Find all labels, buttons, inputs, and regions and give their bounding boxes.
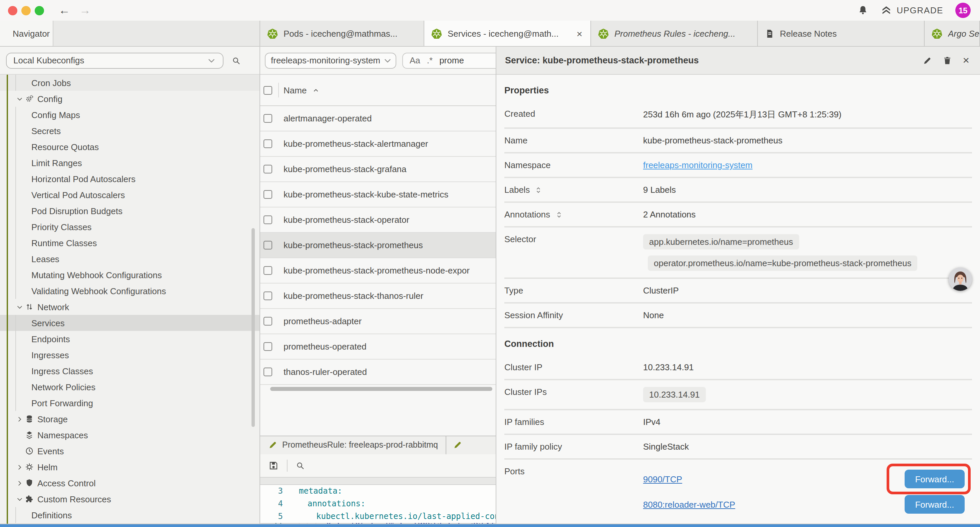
sidebar-item-cron-jobs[interactable]: Cron Jobs (0, 75, 259, 91)
sidebar-item-runtime-classes[interactable]: Runtime Classes (0, 235, 259, 251)
sidebar-item-definitions[interactable]: Definitions (0, 507, 259, 523)
row-checkbox[interactable] (264, 368, 272, 376)
table-row[interactable]: kube-prometheus-stack-prometheus (260, 233, 496, 258)
chevron-right-icon[interactable] (15, 415, 24, 423)
sidebar-item-access-control[interactable]: Access Control (0, 475, 259, 491)
forward-button[interactable]: Forward... (905, 495, 965, 514)
sidebar-item-helm[interactable]: Helm (0, 459, 259, 475)
editor-search-icon[interactable] (296, 461, 305, 470)
table-row[interactable]: prometheus-adapter (260, 309, 496, 334)
chevron-down-icon[interactable] (15, 95, 24, 102)
maximize-window-button[interactable] (35, 6, 44, 15)
details-title: Service: kube-prometheus-stack-prometheu… (505, 56, 912, 65)
chevron-down-icon[interactable] (15, 303, 24, 310)
sidebar-item-port-forwarding[interactable]: Port Forwarding (0, 395, 259, 411)
minimize-window-button[interactable] (21, 6, 31, 15)
row-checkbox[interactable] (264, 114, 272, 123)
user-avatar[interactable] (949, 267, 972, 291)
tab-close-icon[interactable]: × (575, 28, 584, 39)
back-arrow-icon[interactable]: ← (59, 4, 70, 17)
sidebar-item-priority-classes[interactable]: Priority Classes (0, 219, 259, 235)
yaml-editor[interactable]: 3metadata:4annotations:5kubectl.kubernet… (260, 485, 496, 527)
regex-toggle[interactable]: .* (427, 56, 433, 65)
select-all-checkbox[interactable] (264, 86, 272, 94)
kubeconfig-selector[interactable]: Local Kubeconfigs (6, 53, 223, 68)
tab-services-icecheng-math[interactable]: Services - icecheng@math...× (424, 21, 591, 46)
row-checkbox[interactable] (264, 165, 272, 174)
namespace-link[interactable]: freeleaps-monitoring-system (643, 160, 752, 170)
forward-arrow-icon[interactable]: → (80, 4, 91, 17)
table-row[interactable]: alertmanager-operated (260, 106, 496, 131)
sidebar-item-ingresses[interactable]: Ingresses (0, 347, 259, 363)
sidebar-item-custom-resources[interactable]: Custom Resources (0, 491, 259, 507)
row-checkbox[interactable] (264, 291, 272, 300)
trash-icon[interactable] (943, 56, 952, 65)
sort-updown-icon[interactable] (535, 186, 543, 194)
sidebar-item-config-maps[interactable]: Config Maps (0, 107, 259, 123)
row-checkbox[interactable] (264, 215, 272, 224)
sidebar-item-horizontal-pod-autoscalers[interactable]: Horizontal Pod Autoscalers (0, 171, 259, 187)
chevron-down-icon[interactable] (15, 495, 24, 503)
upgrade-button[interactable]: UPGRADE (881, 5, 943, 16)
sidebar-item-services[interactable]: Services (0, 315, 259, 331)
row-checkbox[interactable] (264, 342, 272, 351)
navigator-panel-tab[interactable]: Navigator (0, 21, 53, 46)
port-link[interactable]: 9090/TCP (643, 474, 682, 484)
sidebar-item-vertical-pod-autoscalers[interactable]: Vertical Pod Autoscalers (0, 187, 259, 203)
detail-label: Cluster IP (504, 362, 542, 372)
table-row[interactable]: kube-prometheus-stack-alertmanager (260, 131, 496, 157)
sidebar-scrollbar[interactable] (251, 228, 255, 427)
row-checkbox[interactable] (264, 317, 272, 326)
sidebar-item-mutating-webhook-configurations[interactable]: Mutating Webhook Configurations (0, 267, 259, 283)
table-row[interactable]: kube-prometheus-stack-operator (260, 207, 496, 233)
forward-button[interactable]: Forward... (905, 470, 965, 488)
editor-tab-prometheusrule[interactable]: PrometheusRule: freeleaps-prod-rabbitmq (260, 436, 447, 454)
table-row[interactable]: kube-prometheus-stack-thanos-ruler (260, 283, 496, 309)
row-checkbox[interactable] (264, 266, 272, 275)
sidebar-item-endpoints[interactable]: Endpoints (0, 331, 259, 347)
sidebar-item-config[interactable]: Config (0, 91, 259, 107)
chevron-down-icon (383, 56, 392, 65)
namespace-filter-select[interactable]: freeleaps-monitoring-system (265, 53, 396, 68)
row-checkbox[interactable] (264, 190, 272, 199)
notification-count-badge[interactable]: 15 (955, 3, 970, 18)
bell-icon[interactable] (857, 5, 869, 16)
chevron-right-icon[interactable] (15, 479, 24, 487)
editor-tab-clipped[interactable] (447, 436, 496, 454)
tab-release-notes[interactable]: Release Notes (758, 21, 924, 46)
table-row[interactable]: prometheus-operated (260, 334, 496, 360)
sidebar-item-limit-ranges[interactable]: Limit Ranges (0, 155, 259, 171)
port-link[interactable]: 8080:reloader-web/TCP (643, 499, 735, 509)
save-icon[interactable] (268, 460, 279, 471)
sidebar-item-ingress-classes[interactable]: Ingress Classes (0, 363, 259, 379)
table-row[interactable]: kube-prometheus-stack-prometheus-node-ex… (260, 258, 496, 283)
sidebar-item-storage[interactable]: Storage (0, 411, 259, 427)
sidebar-item-secrets[interactable]: Secrets (0, 123, 259, 139)
sort-updown-icon[interactable] (555, 210, 563, 218)
edit-pencil-icon[interactable] (923, 56, 932, 65)
chevron-right-icon[interactable] (15, 463, 24, 471)
sidebar-item-network-policies[interactable]: Network Policies (0, 379, 259, 395)
close-icon[interactable]: × (963, 54, 969, 67)
sidebar-item-network[interactable]: Network (0, 299, 259, 315)
sidebar-item-events[interactable]: Events (0, 443, 259, 459)
sidebar-search-icon[interactable] (231, 56, 241, 65)
list-search-input[interactable]: Aa .* prome (402, 53, 496, 68)
horizontal-scrollbar[interactable] (260, 386, 496, 393)
sidebar-item-pod-disruption-budgets[interactable]: Pod Disruption Budgets (0, 203, 259, 219)
table-row[interactable]: kube-prometheus-stack-kube-state-metrics (260, 182, 496, 207)
row-checkbox[interactable] (264, 139, 272, 148)
table-row[interactable]: thanos-ruler-operated (260, 360, 496, 385)
tab-argo-se[interactable]: Argo Se (924, 21, 980, 46)
sidebar-item-validating-webhook-configurations[interactable]: Validating Webhook Configurations (0, 283, 259, 299)
match-case-toggle[interactable]: Aa (410, 56, 420, 65)
row-checkbox[interactable] (264, 241, 272, 250)
sidebar-item-leases[interactable]: Leases (0, 251, 259, 267)
sidebar-item-resource-quotas[interactable]: Resource Quotas (0, 139, 259, 155)
tab-pods-icecheng-mathmas[interactable]: Pods - icecheng@mathmas... (260, 21, 424, 46)
name-column-header[interactable]: Name (283, 85, 319, 95)
tab-prometheus-rules-icecheng[interactable]: Prometheus Rules - icecheng... (591, 21, 758, 46)
sidebar-item-namespaces[interactable]: Namespaces (0, 427, 259, 443)
table-row[interactable]: kube-prometheus-stack-grafana (260, 157, 496, 182)
close-window-button[interactable] (8, 6, 18, 15)
